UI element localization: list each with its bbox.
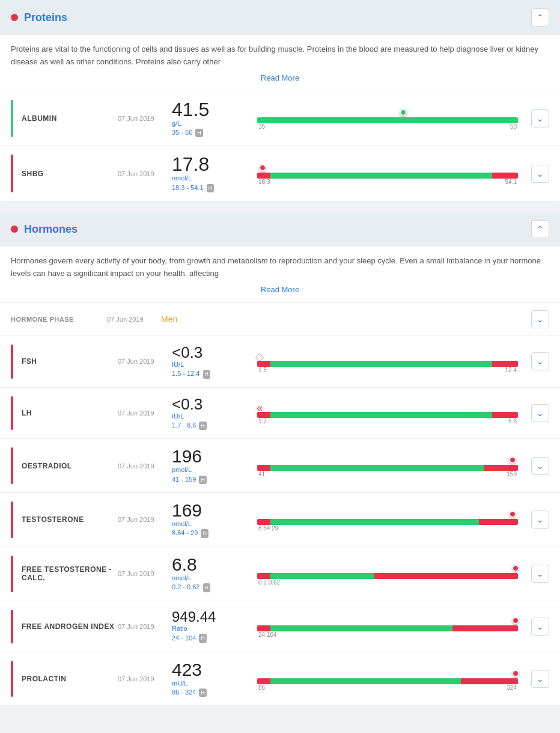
- testosterone-status-bar: [11, 501, 13, 538]
- hormones-header[interactable]: Hormones ⌃: [0, 212, 560, 247]
- lh-label-right: 8.6: [508, 418, 517, 425]
- shbg-row: SHBG 07 Jun 2019 17.8 nmol/L18.3 - 54.1 …: [0, 146, 560, 201]
- fsh-arrow-marker: ◇: [255, 351, 264, 362]
- lh-name: LH: [22, 409, 118, 417]
- lh-chart-labels: 1.7 8.6: [257, 418, 518, 425]
- fsh-bars: [257, 361, 518, 367]
- free-testosterone-pin-head: [512, 565, 519, 572]
- testosterone-dropdown-btn[interactable]: ⌄: [531, 511, 549, 529]
- phase-value: Men: [161, 314, 525, 324]
- prolactin-bars: [257, 678, 518, 684]
- free-androgen-chart-labels: 24 104: [257, 631, 518, 638]
- oestradiol-status-bar: [11, 447, 13, 484]
- shbg-bars: [257, 173, 518, 179]
- prolactin-chart: 86 324: [250, 667, 525, 691]
- oestradiol-pin-head: [509, 456, 516, 464]
- prolactin-red-right: [461, 678, 518, 684]
- free-testosterone-chart: 0.2 0.62: [250, 562, 525, 586]
- fsh-unit: IU/L1.5 - 12.4 H: [172, 360, 250, 379]
- oestradiol-green: [270, 465, 484, 471]
- free-testosterone-chart-labels: 0.2 0.62: [257, 579, 518, 586]
- albumin-chart: 35 50: [250, 106, 525, 130]
- proteins-read-more[interactable]: Read More: [0, 71, 560, 91]
- hormones-header-left: Hormones: [11, 223, 78, 236]
- lh-chart: « 1.7 8.6: [250, 401, 525, 425]
- free-androgen-info-icon: H: [199, 634, 207, 643]
- albumin-value-block: 41.5 g/L35 - 50 H: [172, 100, 250, 138]
- free-androgen-dropdown-btn[interactable]: ⌄: [531, 618, 549, 636]
- prolactin-marker: [512, 670, 519, 677]
- free-androgen-red-left: [257, 625, 270, 631]
- free-androgen-row: FREE ANDROGEN INDEX 07 Jun 2019 949.44 R…: [0, 601, 560, 652]
- shbg-value: 17.8: [172, 155, 250, 174]
- prolactin-status-bar: [11, 661, 13, 698]
- proteins-description: Proteins are vital to the functioning of…: [0, 35, 560, 71]
- shbg-name: SHBG: [22, 170, 118, 178]
- testosterone-name: TESTOSTERONE: [22, 515, 118, 524]
- albumin-marker: [400, 109, 407, 116]
- shbg-dropdown-btn[interactable]: ⌄: [531, 165, 549, 183]
- fsh-dropdown-btn[interactable]: ⌄: [531, 352, 549, 370]
- lh-label-left: 1.7: [258, 418, 267, 425]
- free-androgen-marker: [512, 617, 519, 624]
- free-androgen-name: FREE ANDROGEN INDEX: [22, 622, 118, 631]
- shbg-label-right: 54.1: [505, 179, 517, 185]
- hormones-description: Hormones govern every activity of your b…: [0, 247, 560, 283]
- hormone-phase-row: HORMONE PHASE 07 Jun 2019 Men ⌄: [0, 302, 560, 336]
- shbg-pin-head: [259, 164, 266, 171]
- testosterone-value: 169: [172, 501, 250, 520]
- free-androgen-value-block: 949.44 Ratio24 - 104 H: [172, 610, 250, 643]
- albumin-date: 07 Jun 2019: [118, 115, 172, 122]
- prolactin-dropdown-btn[interactable]: ⌄: [531, 670, 549, 688]
- oestradiol-value: 196: [172, 447, 250, 465]
- oestradiol-label-right: 159: [507, 471, 517, 477]
- fsh-date: 07 Jun 2019: [118, 358, 172, 365]
- free-testosterone-dropdown-btn[interactable]: ⌄: [531, 565, 549, 583]
- albumin-chart-labels: 35 50: [257, 123, 518, 130]
- oestradiol-chart-wrapper: 41 159: [257, 454, 518, 477]
- shbg-info-icon: H: [207, 184, 215, 193]
- albumin-label-right: 50: [510, 123, 517, 130]
- albumin-green-seg: [257, 117, 518, 123]
- lh-status-bar: [11, 396, 13, 431]
- lh-value-block: <0.3 IU/L1.7 - 8.6 H: [172, 396, 250, 431]
- lh-date: 07 Jun 2019: [118, 409, 172, 417]
- free-testosterone-date: 07 Jun 2019: [118, 570, 172, 577]
- free-androgen-value: 949.44: [172, 610, 250, 624]
- phase-dropdown-btn[interactable]: ⌄: [531, 310, 549, 328]
- free-testosterone-green: [270, 573, 375, 579]
- shbg-green: [270, 173, 492, 179]
- free-testosterone-red-left: [257, 573, 270, 579]
- oestradiol-dropdown-btn[interactable]: ⌄: [531, 457, 549, 475]
- proteins-header[interactable]: Proteins ⌃: [0, 0, 560, 35]
- testosterone-red-left: [257, 519, 270, 525]
- oestradiol-red-left: [257, 465, 270, 471]
- testosterone-chart-wrapper: 8.64 29: [257, 508, 518, 532]
- prolactin-label-right: 324: [507, 684, 517, 691]
- testosterone-label-left: 8.64 29: [258, 525, 278, 532]
- prolactin-chart-labels: 86 324: [257, 684, 518, 691]
- free-testosterone-unit: nmol/L0.2 - 0.62 H: [172, 574, 250, 592]
- shbg-value-block: 17.8 nmol/L18.3 - 54.1 H: [172, 155, 250, 192]
- free-androgen-bars: [257, 625, 518, 631]
- fsh-value-block: <0.3 IU/L1.5 - 12.4 H: [172, 345, 250, 379]
- shbg-chart: 18.3 54.1: [250, 162, 525, 185]
- proteins-collapse-btn[interactable]: ⌃: [531, 8, 549, 26]
- albumin-value: 41.5: [172, 100, 250, 119]
- prolactin-chart-wrapper: 86 324: [257, 667, 518, 691]
- prolactin-pin-head: [512, 670, 519, 677]
- free-androgen-unit: Ratio24 - 104 H: [172, 624, 250, 643]
- albumin-dropdown-btn[interactable]: ⌄: [531, 109, 549, 127]
- phase-label: HORMONE PHASE: [11, 316, 107, 323]
- lh-dropdown-btn[interactable]: ⌄: [531, 404, 549, 422]
- hormones-collapse-btn[interactable]: ⌃: [531, 220, 549, 238]
- oestradiol-unit: pmol/L41 - 159 H: [172, 465, 250, 484]
- testosterone-chart: 8.64 29: [250, 508, 525, 532]
- lh-row: LH 07 Jun 2019 <0.3 IU/L1.7 - 8.6 H « 1.…: [0, 387, 560, 439]
- oestradiol-bars: [257, 465, 518, 471]
- hormones-read-more[interactable]: Read More: [0, 283, 560, 302]
- lh-arrow-marker: «: [257, 402, 263, 413]
- fsh-red-right: [492, 361, 518, 367]
- oestradiol-value-block: 196 pmol/L41 - 159 H: [172, 447, 250, 484]
- albumin-unit: g/L35 - 50 H: [172, 119, 250, 138]
